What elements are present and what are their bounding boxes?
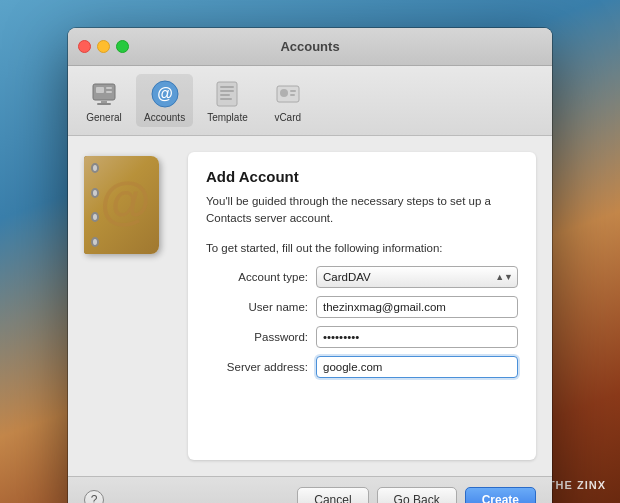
server-address-control xyxy=(316,356,518,378)
accounts-icon: @ xyxy=(149,78,181,110)
window-title: Accounts xyxy=(280,39,339,54)
username-row: User name: xyxy=(206,296,518,318)
server-address-input[interactable] xyxy=(316,356,518,378)
book-at-symbol: @ xyxy=(100,170,151,230)
general-label: General xyxy=(86,112,122,123)
book-rings xyxy=(90,156,100,254)
dialog-subtitle: To get started, fill out the following i… xyxy=(206,242,518,254)
ring-3 xyxy=(91,212,99,222)
cancel-button[interactable]: Cancel xyxy=(297,487,368,503)
toolbar-item-general[interactable]: General xyxy=(78,74,130,127)
general-icon xyxy=(88,78,120,110)
address-book-graphic: @ xyxy=(84,152,174,460)
footer: ? Cancel Go Back Create xyxy=(68,476,552,503)
svg-text:@: @ xyxy=(157,85,173,102)
svg-rect-12 xyxy=(220,98,232,100)
svg-rect-2 xyxy=(106,87,112,89)
create-button[interactable]: Create xyxy=(465,487,536,503)
main-window: Accounts General @ xyxy=(68,28,552,503)
username-control xyxy=(316,296,518,318)
account-type-select-wrapper: CardDAV LDAP Yahoo ▲▼ xyxy=(316,266,518,288)
question-mark-icon: ? xyxy=(91,493,98,503)
svg-rect-11 xyxy=(220,94,230,96)
ring-4 xyxy=(91,237,99,247)
dialog-title: Add Account xyxy=(206,168,518,185)
traffic-lights xyxy=(78,40,129,53)
account-type-row: Account type: CardDAV LDAP Yahoo ▲▼ xyxy=(206,266,518,288)
close-button[interactable] xyxy=(78,40,91,53)
svg-rect-5 xyxy=(97,103,111,105)
dialog-description: You'll be guided through the necessary s… xyxy=(206,193,518,228)
svg-point-14 xyxy=(280,89,288,97)
vcard-label: vCard xyxy=(274,112,301,123)
toolbar-item-vcard[interactable]: vCard xyxy=(262,74,314,127)
svg-rect-16 xyxy=(290,94,295,96)
svg-rect-15 xyxy=(290,90,296,92)
ring-1 xyxy=(91,163,99,173)
toolbar-item-template[interactable]: Template xyxy=(199,74,256,127)
template-label: Template xyxy=(207,112,248,123)
toolbar: General @ Accounts Template xyxy=(68,66,552,136)
password-row: Password: xyxy=(206,326,518,348)
account-type-label: Account type: xyxy=(206,271,316,283)
username-input[interactable] xyxy=(316,296,518,318)
username-label: User name: xyxy=(206,301,316,313)
svg-rect-10 xyxy=(220,90,234,92)
accounts-label: Accounts xyxy=(144,112,185,123)
zoom-button[interactable] xyxy=(116,40,129,53)
server-address-row: Server address: xyxy=(206,356,518,378)
titlebar: Accounts xyxy=(68,28,552,66)
book-visual: @ xyxy=(84,156,164,256)
svg-rect-3 xyxy=(106,91,112,93)
content-area: @ Add Account You'll be guided through t… xyxy=(68,136,552,476)
minimize-button[interactable] xyxy=(97,40,110,53)
password-label: Password: xyxy=(206,331,316,343)
help-button[interactable]: ? xyxy=(84,490,104,503)
password-input[interactable] xyxy=(316,326,518,348)
svg-rect-9 xyxy=(220,86,234,88)
account-type-select[interactable]: CardDAV LDAP Yahoo xyxy=(316,266,518,288)
vcard-icon xyxy=(272,78,304,110)
template-icon xyxy=(211,78,243,110)
account-type-control: CardDAV LDAP Yahoo ▲▼ xyxy=(316,266,518,288)
toolbar-item-accounts[interactable]: @ Accounts xyxy=(136,74,193,127)
go-back-button[interactable]: Go Back xyxy=(377,487,457,503)
password-control xyxy=(316,326,518,348)
watermark: THE ZINX xyxy=(548,479,606,491)
add-account-panel: Add Account You'll be guided through the… xyxy=(188,152,536,460)
server-address-label: Server address: xyxy=(206,361,316,373)
ring-2 xyxy=(91,188,99,198)
svg-rect-1 xyxy=(96,87,104,93)
